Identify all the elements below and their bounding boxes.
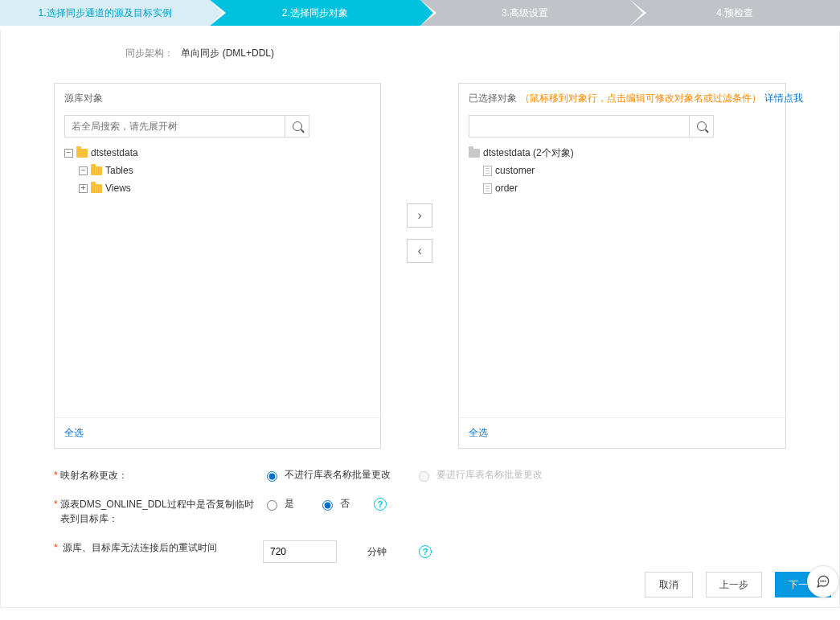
chat-fab[interactable] [807,565,839,597]
selected-objects-panel: 已选择对象 （鼠标移到对象行，点击编辑可修改对象名或过滤条件） 详情点我 dts… [458,83,786,449]
selected-db-node[interactable]: dtstestdata (2个对象) [469,144,776,162]
chevron-right-icon: › [417,209,421,222]
selected-table-row[interactable]: customer [469,162,776,179]
source-panel-title: 源库对象 [64,92,103,105]
mapping-radio-no-input[interactable] [267,471,277,482]
svg-point-1 [823,581,824,581]
folder-icon [76,149,88,158]
source-select-all-link[interactable]: 全选 [64,427,84,438]
wizard-step-1[interactable]: 1.选择同步通道的源及目标实例 [0,0,210,26]
expand-icon[interactable]: + [79,184,88,193]
dms-radio-no-input[interactable] [322,500,333,511]
help-icon[interactable]: ? [419,545,432,558]
sync-architecture-value: 单向同步 (DML+DDL) [181,47,274,59]
mapping-radio-no[interactable]: 不进行库表名称批量更改 [263,468,391,482]
selected-table-row[interactable]: order [469,179,776,197]
dms-radio-no[interactable]: 否 [318,497,350,511]
dms-row: *源表DMS_ONLINE_DDL过程中是否复制临时表到目标库： 是 否 ? [54,497,786,526]
selected-search-button[interactable] [690,115,714,138]
tree-node-label: Views [105,183,131,194]
source-search-button[interactable] [285,115,309,138]
footer-actions: 取消 上一步 下一步 [645,572,831,597]
tree-node-views[interactable]: + Views [64,179,371,197]
wizard-step-4[interactable]: 4.预检查 [630,0,840,26]
collapse-icon[interactable]: − [79,166,88,175]
svg-point-0 [821,581,822,581]
chevron-left-icon: ‹ [417,244,421,257]
table-icon [483,183,492,194]
folder-icon [91,166,102,175]
wizard-step-3[interactable]: 3.高级设置 [420,0,630,26]
move-left-button[interactable]: ‹ [407,239,432,263]
sync-architecture-row: 同步架构： 单向同步 (DML+DDL) [125,47,839,60]
selected-select-all-link[interactable]: 全选 [469,427,488,438]
selected-table-label: order [495,183,518,194]
prev-button[interactable]: 上一步 [706,572,762,597]
cancel-button[interactable]: 取消 [645,572,693,597]
svg-point-2 [825,581,826,581]
folder-icon [91,184,102,193]
mapping-radio-yes-input[interactable] [419,471,429,482]
selected-table-label: customer [495,165,535,176]
retry-label: * 源库、目标库无法连接后的重试时间 [54,540,263,555]
mapping-radio-yes[interactable]: 要进行库表名称批量更改 [415,468,543,482]
wizard-step-2[interactable]: 2.选择同步对象 [210,0,420,26]
source-tree: − dtstestdata − Tables + Views [55,141,380,417]
tree-node-label: Tables [105,165,133,176]
tree-node-db[interactable]: − dtstestdata [64,144,371,162]
chat-icon [816,574,830,589]
dms-label: *源表DMS_ONLINE_DDL过程中是否复制临时表到目标库： [54,497,263,526]
search-icon [697,121,707,131]
wizard-steps: 1.选择同步通道的源及目标实例 2.选择同步对象 3.高级设置 4.预检查 [0,0,840,26]
folder-icon [469,149,480,158]
table-icon [483,166,492,176]
source-search-input[interactable] [64,115,285,138]
collapse-icon[interactable]: − [64,149,73,158]
retry-row: * 源库、目标库无法连接后的重试时间 分钟 ? [54,540,786,563]
help-icon[interactable]: ? [374,498,387,511]
source-objects-panel: 源库对象 − dtstestdata − Tables [54,83,381,449]
tree-node-tables[interactable]: − Tables [64,162,371,179]
move-right-button[interactable]: › [407,203,432,228]
selected-search-input[interactable] [469,115,690,138]
selected-tree: dtstestdata (2个对象) customer order [459,141,785,417]
tree-node-label: dtstestdata [91,147,138,158]
selected-panel-hint: （鼠标移到对象行，点击编辑可修改对象名或过滤条件） [520,92,761,105]
selected-panel-details-link[interactable]: 详情点我 [764,92,803,105]
mapping-row: *映射名称更改： 不进行库表名称批量更改 要进行库表名称批量更改 [54,468,786,482]
dms-radio-yes[interactable]: 是 [263,497,294,511]
search-icon [293,121,302,131]
mapping-label: *映射名称更改： [54,468,263,482]
retry-unit: 分钟 [367,545,387,559]
transfer-buttons: › ‹ [381,83,458,263]
dms-radio-yes-input[interactable] [267,500,277,511]
options-form: *映射名称更改： 不进行库表名称批量更改 要进行库表名称批量更改 *源表DMS_… [1,449,839,563]
content-area: 同步架构： 单向同步 (DML+DDL) 源库对象 − dtstestdata [0,31,840,608]
retry-time-input[interactable] [263,540,337,563]
selected-db-label: dtstestdata (2个对象) [483,146,574,160]
sync-architecture-label: 同步架构： [125,47,174,59]
selected-panel-title: 已选择对象 [469,92,517,105]
